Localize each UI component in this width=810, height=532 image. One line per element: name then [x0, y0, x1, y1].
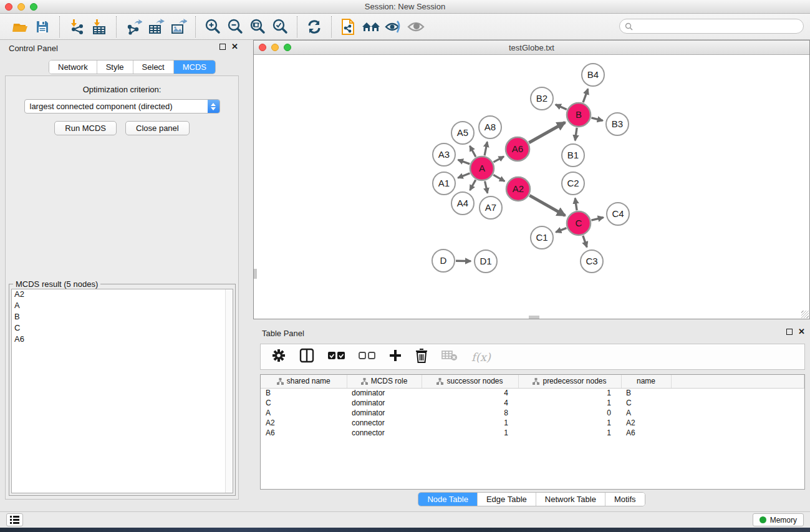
save-session-button[interactable]	[31, 16, 54, 38]
table-cell[interactable]: 1	[422, 428, 518, 438]
tab-motifs[interactable]: Motifs	[605, 493, 645, 506]
table-cell[interactable]: 4	[422, 388, 518, 398]
graph-edge[interactable]	[583, 236, 587, 247]
table-cell[interactable]: 1	[518, 388, 621, 398]
column-header-successor-nodes[interactable]: successor nodes	[422, 375, 518, 388]
graph-edge[interactable]	[575, 128, 577, 140]
zoom-in-button[interactable]	[201, 16, 224, 38]
graph-node[interactable]: C1	[531, 226, 553, 249]
table-row[interactable]: Adominator80A	[261, 408, 804, 418]
graph-node[interactable]: C	[567, 211, 591, 235]
table-row[interactable]: Cdominator41C	[261, 398, 804, 408]
graph-edge[interactable]	[470, 146, 476, 157]
graph-edge[interactable]	[583, 89, 588, 103]
tab-mcds[interactable]: MCDS	[174, 60, 215, 74]
float-panel-icon[interactable]	[219, 44, 226, 50]
tab-network-table[interactable]: Network Table	[536, 493, 605, 506]
table-cell[interactable]: A6	[621, 428, 671, 438]
table-row[interactable]: A2connector11A2	[261, 418, 804, 428]
graph-node[interactable]: D1	[475, 250, 497, 273]
import-table-button[interactable]	[88, 16, 110, 38]
delete-column-button[interactable]	[415, 349, 428, 365]
graph-edge[interactable]	[575, 198, 577, 210]
graph-edge[interactable]	[470, 180, 476, 190]
memory-button[interactable]: Memory	[753, 513, 804, 526]
export-table-button[interactable]	[145, 16, 167, 38]
graph-node[interactable]: B1	[562, 144, 584, 167]
float-table-panel-icon[interactable]	[786, 329, 793, 335]
graph-node[interactable]: C2	[562, 172, 584, 195]
mcds-result-list[interactable]: A2ABCA6	[11, 289, 233, 493]
table-cell[interactable]: 1	[518, 398, 621, 408]
table-cell[interactable]: A6	[261, 428, 347, 438]
table-row[interactable]: A6connector11A6	[261, 428, 804, 438]
close-network-button[interactable]	[259, 44, 266, 51]
graph-node[interactable]: A5	[451, 122, 474, 144]
graph-node[interactable]: A1	[433, 172, 455, 195]
table-cell[interactable]: 1	[518, 418, 621, 428]
search-field[interactable]	[619, 19, 804, 34]
close-table-panel-icon[interactable]: ✕	[798, 329, 805, 335]
tab-edge-table[interactable]: Edge Table	[478, 493, 536, 506]
zoom-window-button[interactable]	[30, 3, 37, 11]
table-cell[interactable]: 8	[422, 408, 518, 418]
graph-edge[interactable]	[485, 181, 488, 193]
table-cell[interactable]: dominator	[347, 388, 422, 398]
refresh-button[interactable]	[303, 16, 325, 38]
deselect-all-button[interactable]	[359, 351, 375, 362]
table-cell[interactable]: connector	[347, 418, 422, 428]
result-list-scrollbar[interactable]	[225, 289, 233, 493]
graph-edge[interactable]	[529, 122, 565, 142]
network-graph[interactable]: AA1A2A3A4A5A6A7A8BB1B2B3B4CC1C2C3C4DD1	[254, 55, 809, 319]
horizontal-scrollbar-thumb[interactable]	[529, 316, 539, 319]
list-item[interactable]: A6	[12, 334, 233, 346]
graph-edge[interactable]	[458, 160, 470, 164]
table-cell[interactable]: C	[621, 398, 671, 408]
table-cell[interactable]: C	[261, 398, 347, 408]
zoom-network-button[interactable]	[284, 44, 291, 51]
graph-edge[interactable]	[493, 175, 504, 181]
graph-node[interactable]: D	[432, 249, 455, 272]
table-settings-button[interactable]	[272, 349, 286, 365]
zoom-selected-button[interactable]	[269, 16, 291, 38]
graph-edge[interactable]	[493, 157, 504, 162]
graph-node[interactable]: A4	[451, 192, 474, 215]
column-header-shared-name[interactable]: shared name	[261, 375, 347, 388]
graph-edge[interactable]	[458, 173, 470, 178]
new-network-from-selection-button[interactable]	[337, 16, 360, 38]
table-cell[interactable]: dominator	[347, 398, 422, 408]
zoom-out-button[interactable]	[224, 16, 246, 38]
optimization-criterion-select[interactable]: largest connected component (directed)	[24, 99, 220, 114]
table-cell[interactable]: A2	[621, 418, 671, 428]
table-cell[interactable]: A	[261, 408, 347, 418]
table-cell[interactable]: A2	[261, 418, 347, 428]
graph-node[interactable]: A3	[433, 143, 455, 166]
graph-edge[interactable]	[529, 195, 565, 215]
export-network-button[interactable]	[122, 16, 145, 38]
column-header-mcds-role[interactable]: MCDS role	[347, 375, 422, 388]
graph-node[interactable]: C4	[607, 203, 629, 225]
graph-edge[interactable]	[591, 118, 602, 120]
table-cell[interactable]: dominator	[347, 408, 422, 418]
graph-node[interactable]: B2	[531, 87, 553, 110]
graph-node[interactable]: B3	[606, 113, 629, 135]
tab-select[interactable]: Select	[133, 60, 174, 74]
table-cell[interactable]: 4	[422, 398, 518, 408]
column-header-name[interactable]: name	[621, 375, 671, 388]
close-panel-icon[interactable]: ✕	[231, 44, 238, 50]
task-history-button[interactable]	[6, 513, 23, 526]
graph-node[interactable]: A7	[480, 196, 502, 219]
table-cell[interactable]: connector	[347, 428, 422, 438]
import-network-button[interactable]	[65, 16, 88, 38]
graph-edge[interactable]	[556, 105, 567, 110]
select-all-button[interactable]	[328, 351, 345, 362]
graph-node[interactable]: B	[567, 103, 591, 127]
graph-node[interactable]: C3	[581, 250, 603, 273]
graph-node[interactable]: A	[470, 157, 494, 180]
table-cell[interactable]: 1	[422, 418, 518, 428]
open-session-button[interactable]	[9, 16, 31, 38]
tab-style[interactable]: Style	[97, 60, 133, 74]
show-hide-details-button[interactable]	[405, 16, 427, 38]
list-item[interactable]: A2	[12, 289, 233, 301]
list-item[interactable]: B	[12, 312, 233, 323]
